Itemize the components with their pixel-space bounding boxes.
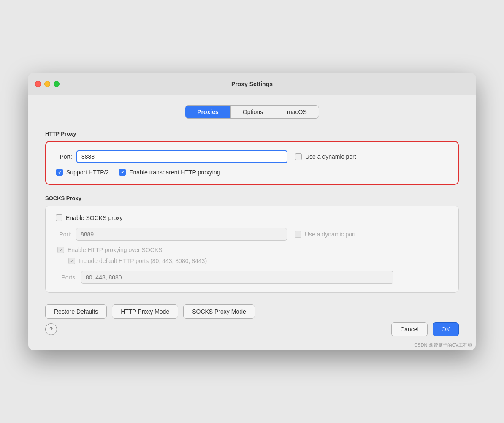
http-dynamic-port-checkbox[interactable]	[295, 153, 302, 160]
tab-group: Proxies Options macOS	[185, 105, 319, 119]
tab-macos[interactable]: macOS	[275, 106, 319, 118]
support-http2-label[interactable]: Support HTTP/2	[56, 169, 109, 176]
socks-port-label: Port:	[56, 231, 72, 238]
include-default-ports-label: Include default HTTP ports (80, 443, 808…	[57, 258, 448, 264]
socks-enable-row: Enable SOCKS proxy	[56, 214, 448, 221]
maximize-button[interactable]	[54, 81, 60, 87]
bottom-buttons-row: Restore Defaults HTTP Proxy Mode SOCKS P…	[45, 304, 459, 319]
http-proxy-section-label: HTTP Proxy	[45, 130, 459, 137]
http-over-socks-label: Enable HTTP proxying over SOCKS	[57, 247, 448, 253]
socks-dynamic-port-text: Use a dynamic port	[305, 231, 356, 238]
http-options-row: Support HTTP/2 Enable transparent HTTP p…	[56, 169, 448, 176]
socks-dynamic-port-checkbox	[295, 231, 301, 238]
transparent-proxy-checkbox[interactable]	[119, 169, 126, 176]
socks-options: Enable HTTP proxying over SOCKS Include …	[56, 247, 448, 264]
socks-proxy-box: Enable SOCKS proxy Port: Use a dynamic p…	[45, 206, 459, 293]
http-dynamic-port-label[interactable]: Use a dynamic port	[295, 153, 356, 160]
traffic-lights	[35, 81, 60, 87]
minimize-button[interactable]	[44, 81, 50, 87]
socks-port-row: Port: Use a dynamic port	[56, 228, 448, 241]
socks-dynamic-port-label: Use a dynamic port	[295, 231, 356, 238]
http-over-socks-checkbox	[57, 247, 64, 253]
transparent-proxy-label[interactable]: Enable transparent HTTP proxying	[119, 169, 220, 176]
support-http2-checkbox[interactable]	[56, 169, 63, 176]
watermark: CSDN @带脑子的CV工程师	[414, 342, 472, 348]
socks-proxy-mode-button[interactable]: SOCKS Proxy Mode	[183, 304, 255, 319]
socks-enable-label[interactable]: Enable SOCKS proxy	[56, 214, 448, 221]
socks-ports-row: Ports:	[56, 271, 448, 284]
socks-dynamic-port-row: Use a dynamic port	[295, 231, 356, 238]
left-buttons: Restore Defaults HTTP Proxy Mode SOCKS P…	[45, 304, 255, 319]
cancel-button[interactable]: Cancel	[391, 322, 428, 336]
http-port-label: Port:	[56, 153, 72, 160]
http-port-row: Port: Use a dynamic port	[56, 150, 448, 163]
support-http2-text: Support HTTP/2	[66, 169, 109, 176]
tab-bar: Proxies Options macOS	[45, 105, 459, 119]
transparent-proxy-text: Enable transparent HTTP proxying	[129, 169, 220, 176]
main-content: Proxies Options macOS HTTP Proxy Port: U…	[28, 95, 476, 350]
restore-defaults-button[interactable]: Restore Defaults	[45, 304, 107, 319]
titlebar: Proxy Settings	[28, 73, 476, 95]
include-default-ports-checkbox	[68, 258, 75, 264]
action-row: ? Cancel OK	[45, 322, 459, 336]
http-proxy-mode-button[interactable]: HTTP Proxy Mode	[112, 304, 178, 319]
include-default-ports-text: Include default HTTP ports (80, 443, 808…	[79, 258, 207, 264]
help-button[interactable]: ?	[45, 323, 57, 335]
socks-proxy-section-label: SOCKS Proxy	[45, 195, 459, 201]
http-proxy-box: Port: Use a dynamic port Support HTTP/2	[45, 141, 459, 185]
tab-proxies[interactable]: Proxies	[185, 106, 231, 118]
http-dynamic-port-text: Use a dynamic port	[305, 153, 356, 160]
tab-options[interactable]: Options	[231, 106, 275, 118]
close-button[interactable]	[35, 81, 41, 87]
http-dynamic-port-row: Use a dynamic port	[295, 153, 356, 160]
http-over-socks-text: Enable HTTP proxying over SOCKS	[68, 247, 163, 253]
ok-button[interactable]: OK	[433, 322, 459, 336]
socks-enable-checkbox[interactable]	[56, 214, 62, 221]
right-action-buttons: Cancel OK	[391, 322, 459, 336]
socks-ports-label: Ports:	[56, 274, 77, 281]
socks-enable-text: Enable SOCKS proxy	[66, 214, 123, 221]
proxy-settings-window: Proxy Settings Proxies Options macOS HTT…	[28, 73, 476, 350]
http-port-input[interactable]	[76, 150, 287, 163]
window-title: Proxy Settings	[231, 81, 273, 87]
socks-ports-input[interactable]	[81, 271, 393, 284]
socks-port-input[interactable]	[76, 228, 287, 241]
